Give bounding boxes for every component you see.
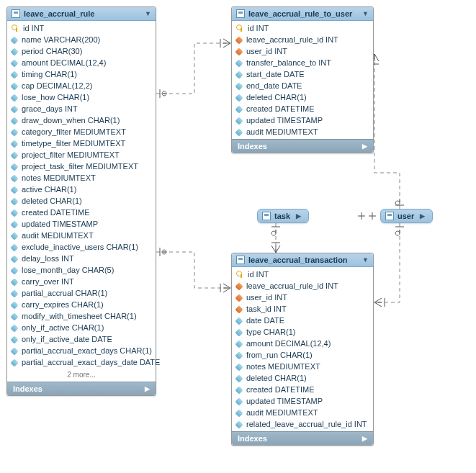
table-title: leave_accrual_rule_to_user: [248, 9, 352, 18]
collapse-icon[interactable]: ▼: [145, 10, 151, 17]
column[interactable]: end_date DATE: [232, 80, 373, 91]
column[interactable]: timing CHAR(1): [7, 68, 156, 80]
column[interactable]: id INT: [7, 22, 156, 34]
column-text: leave_accrual_rule_id INT: [246, 281, 338, 290]
column-text: period CHAR(30): [22, 47, 82, 55]
column-icon: [10, 186, 18, 194]
column[interactable]: amount DECIMAL(12,4): [232, 338, 373, 349]
column-text: leave_accrual_rule_id INT: [246, 35, 338, 44]
indexes-section[interactable]: Indexes ▶: [7, 382, 156, 395]
column[interactable]: date DATE: [232, 315, 373, 326]
column[interactable]: start_date DATE: [232, 68, 373, 80]
column[interactable]: deleted CHAR(1): [232, 91, 373, 103]
column[interactable]: from_run CHAR(1): [232, 349, 373, 361]
column[interactable]: related_leave_accrual_rule_id INT: [232, 418, 373, 430]
column-icon: [10, 335, 18, 343]
more-columns[interactable]: 2 more...: [7, 369, 156, 382]
column[interactable]: carry_over INT: [7, 276, 156, 287]
column[interactable]: id INT: [232, 269, 373, 280]
column-icon: [235, 409, 243, 417]
table-header[interactable]: leave_accrual_rule ▼: [7, 7, 156, 21]
column-text: only_if_active_date DATE: [22, 335, 112, 343]
column-icon: [10, 128, 18, 136]
column[interactable]: delay_loss INT: [7, 253, 156, 264]
column-icon: [235, 94, 243, 102]
table-task[interactable]: task ▶: [257, 209, 309, 223]
column[interactable]: project_task_filter MEDIUMTEXT: [7, 161, 156, 172]
column-icon: [10, 82, 18, 90]
column[interactable]: notes MEDIUMTEXT: [232, 361, 373, 372]
column[interactable]: amount DECIMAL(12,4): [7, 57, 156, 68]
column-icon: [10, 59, 18, 67]
column-text: audit MEDIUMTEXT: [246, 408, 318, 417]
collapse-icon[interactable]: ▼: [362, 256, 369, 263]
column-text: category_filter MEDIUMTEXT: [22, 127, 126, 136]
column[interactable]: timetype_filter MEDIUMTEXT: [7, 138, 156, 149]
column-icon: [10, 278, 18, 286]
column[interactable]: updated TIMESTAMP: [232, 114, 373, 126]
column[interactable]: user_id INT: [232, 45, 373, 57]
table-header[interactable]: leave_accrual_transaction ▼: [232, 253, 373, 267]
column[interactable]: updated TIMESTAMP: [7, 218, 156, 230]
column[interactable]: exclude_inactive_users CHAR(1): [7, 241, 156, 253]
table-leave-accrual-transaction[interactable]: leave_accrual_transaction ▼ id INTleave_…: [231, 253, 374, 446]
column[interactable]: transfer_balance_to INT: [232, 57, 373, 68]
column[interactable]: deleted CHAR(1): [232, 372, 373, 384]
column[interactable]: only_if_active CHAR(1): [7, 322, 156, 333]
column-text: deleted CHAR(1): [246, 93, 307, 102]
column[interactable]: partial_accrual_exact_days CHAR(1): [7, 345, 156, 356]
indexes-section[interactable]: Indexes ▶: [232, 139, 373, 153]
column[interactable]: leave_accrual_rule_id INT: [232, 280, 373, 292]
column[interactable]: created DATETIME: [232, 384, 373, 395]
column[interactable]: task_id INT: [232, 303, 373, 315]
column[interactable]: category_filter MEDIUMTEXT: [7, 126, 156, 138]
table-leave-accrual-rule[interactable]: leave_accrual_rule ▼ id INTname VARCHAR(…: [6, 6, 156, 396]
column[interactable]: notes MEDIUMTEXT: [7, 172, 156, 184]
column[interactable]: created DATETIME: [232, 103, 373, 114]
column[interactable]: modify_with_timesheet CHAR(1): [7, 310, 156, 322]
column[interactable]: user_id INT: [232, 292, 373, 303]
column-text: active CHAR(1): [22, 185, 76, 194]
column-text: related_leave_accrual_rule_id INT: [246, 420, 367, 428]
column[interactable]: created DATETIME: [7, 207, 156, 218]
column[interactable]: audit MEDIUMTEXT: [232, 126, 373, 138]
column-text: updated TIMESTAMP: [246, 397, 323, 405]
column[interactable]: active CHAR(1): [7, 184, 156, 195]
column[interactable]: updated TIMESTAMP: [232, 395, 373, 407]
column[interactable]: grace_days INT: [7, 103, 156, 114]
column[interactable]: draw_down_when CHAR(1): [7, 114, 156, 126]
column-icon: [235, 340, 243, 348]
column[interactable]: project_filter MEDIUMTEXT: [7, 149, 156, 161]
column-icon: [235, 59, 243, 67]
column-text: task_id INT: [246, 305, 287, 313]
column[interactable]: carry_expires CHAR(1): [7, 299, 156, 310]
column-icon: [235, 82, 243, 90]
column-icon: [10, 71, 18, 78]
collapse-icon[interactable]: ▼: [362, 10, 369, 17]
expand-icon[interactable]: ▶: [420, 212, 425, 220]
table-leave-accrual-rule-to-user[interactable]: leave_accrual_rule_to_user ▼ id INTleave…: [231, 6, 374, 153]
column[interactable]: name VARCHAR(200): [7, 34, 156, 45]
column[interactable]: cap DECIMAL(12,2): [7, 80, 156, 91]
table-user[interactable]: user ▶: [380, 209, 433, 223]
column[interactable]: leave_accrual_rule_id INT: [232, 34, 373, 45]
column[interactable]: audit MEDIUMTEXT: [232, 407, 373, 418]
column[interactable]: lose_month_day CHAR(5): [7, 264, 156, 276]
column[interactable]: deleted CHAR(1): [7, 195, 156, 207]
column-icon: [10, 151, 18, 159]
column[interactable]: only_if_active_date DATE: [7, 333, 156, 345]
column[interactable]: partial_accrual CHAR(1): [7, 287, 156, 299]
table-header[interactable]: leave_accrual_rule_to_user ▼: [232, 7, 373, 21]
column[interactable]: partial_accrual_exact_days_date DATE: [7, 356, 156, 368]
column-icon: [10, 312, 18, 320]
indexes-section[interactable]: Indexes ▶: [232, 431, 373, 445]
expand-icon[interactable]: ▶: [296, 212, 301, 220]
column-text: partial_accrual_exact_days CHAR(1): [22, 346, 152, 355]
column[interactable]: audit MEDIUMTEXT: [7, 230, 156, 241]
column[interactable]: type CHAR(1): [232, 326, 373, 338]
column[interactable]: id INT: [232, 22, 373, 34]
table-icon: [262, 212, 271, 220]
column[interactable]: lose_how CHAR(1): [7, 91, 156, 103]
column[interactable]: period CHAR(30): [7, 45, 156, 57]
primary-key-icon: [236, 24, 243, 32]
